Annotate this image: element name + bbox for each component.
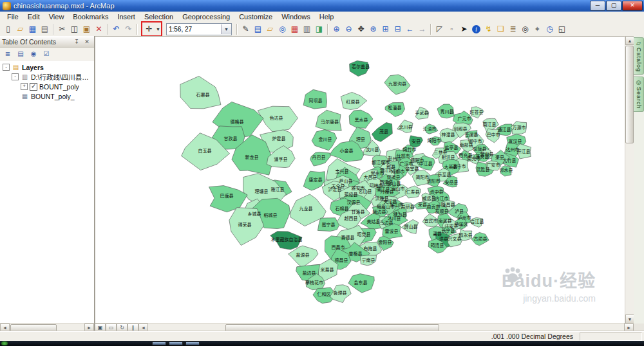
- toc-tree-item-1[interactable]: -▥D:\行政线\四川县级行政区...: [0, 72, 94, 82]
- fixed-zoom-out-button[interactable]: ⊟: [392, 23, 404, 35]
- menu-item-windows[interactable]: Windows: [277, 12, 315, 21]
- viewer-window-button[interactable]: ◱: [556, 23, 568, 35]
- layer-visibility-checkbox[interactable]: ✓: [30, 83, 37, 91]
- menu-item-selection[interactable]: Selection: [140, 12, 178, 21]
- save-button[interactable]: ▦: [26, 23, 39, 35]
- toc-tree-item-2[interactable]: +✓BOUNT_poly: [0, 82, 94, 91]
- table-of-contents-window-button[interactable]: ▤: [252, 23, 264, 35]
- svg-text:仁和区: 仁和区: [317, 291, 331, 297]
- html-popup-button[interactable]: ❏: [495, 23, 507, 35]
- go-to-xy-button[interactable]: ⌖: [531, 23, 544, 35]
- pin-icon[interactable]: ↧: [71, 37, 82, 46]
- scroll-up-icon[interactable]: ▲: [625, 36, 634, 45]
- collapse-icon[interactable]: -: [12, 73, 19, 80]
- delete-button[interactable]: ✕: [93, 23, 105, 35]
- clear-selected-features-button[interactable]: ▫: [446, 23, 458, 35]
- go-back-extent-button[interactable]: ←: [404, 23, 416, 35]
- dock-tab-catalog[interactable]: ▱Catalog: [634, 37, 644, 75]
- redo-button[interactable]: ↷: [122, 23, 135, 35]
- minimize-button[interactable]: ─: [590, 1, 605, 11]
- svg-text:射洪县: 射洪县: [442, 154, 455, 160]
- full-extent-button[interactable]: ⊛: [367, 23, 379, 35]
- menu-item-geoprocessing[interactable]: Geoprocessing: [178, 12, 234, 21]
- toc-horizontal-scrollbar[interactable]: ◄ ►: [0, 323, 94, 332]
- menu-item-bookmarks[interactable]: Bookmarks: [68, 12, 113, 21]
- svg-text:丹巴县: 丹巴县: [312, 155, 326, 160]
- map-vertical-scrollbar[interactable]: ▲ ▼: [625, 36, 634, 323]
- fixed-zoom-in-button[interactable]: ⊞: [379, 23, 392, 35]
- map-scale-combo[interactable]: ▼: [166, 23, 232, 35]
- collapse-icon[interactable]: -: [3, 64, 10, 71]
- start-orb-icon[interactable]: [1, 341, 8, 345]
- go-forward-extent-button[interactable]: →: [416, 23, 428, 35]
- select-elements-button[interactable]: ➤: [458, 23, 470, 35]
- taskbar-item[interactable]: [169, 341, 183, 345]
- menu-item-customize[interactable]: Customize: [234, 12, 277, 21]
- dock-tab-search[interactable]: ◎Search: [634, 77, 644, 112]
- fixed-zoom-in-icon: ⊞: [382, 25, 388, 33]
- add-data-button[interactable]: ✛: [143, 23, 155, 35]
- zoom-in-button[interactable]: ⊕: [330, 23, 343, 35]
- expand-icon[interactable]: +: [21, 83, 28, 90]
- search-window-button[interactable]: ◎: [276, 23, 289, 35]
- maximize-button[interactable]: ▢: [606, 1, 621, 11]
- menu-item-insert[interactable]: Insert: [113, 12, 140, 21]
- measure-button[interactable]: ≣: [507, 23, 519, 35]
- svg-text:苍溪县: 苍溪县: [465, 132, 478, 138]
- new-document-button[interactable]: ▯: [2, 23, 14, 35]
- table-of-contents-panel: Table Of Contents ↧✕ ≣▤◉☑ -▤Layers-▥D:\行…: [0, 36, 95, 332]
- close-button[interactable]: ✕: [622, 1, 643, 11]
- window-controls: ─▢✕: [590, 1, 643, 11]
- menu-item-help[interactable]: Help: [315, 12, 339, 21]
- list-by-source-button[interactable]: ▤: [15, 48, 26, 60]
- svg-text:盐边县: 盐边县: [303, 270, 316, 276]
- identify-button[interactable]: i: [470, 23, 482, 35]
- chevron-down-icon[interactable]: ▼: [221, 24, 231, 34]
- find-button[interactable]: ◎: [519, 23, 531, 35]
- add-data-icon: ✛: [146, 25, 152, 33]
- dock-tabs: ▱Catalog◎Search: [634, 36, 644, 323]
- list-by-visibility-button[interactable]: ◉: [28, 48, 39, 60]
- svg-text:新龙县: 新龙县: [245, 154, 259, 160]
- select-features-button[interactable]: ◸: [433, 23, 446, 35]
- time-slider-button[interactable]: ◷: [544, 23, 556, 35]
- fixed-zoom-out-icon: ⊟: [394, 25, 401, 33]
- toc-tree-item-3[interactable]: ▦BOUNT_poly_: [0, 91, 94, 101]
- cut-button[interactable]: ✂: [56, 23, 68, 35]
- scroll-thumb[interactable]: [625, 46, 634, 143]
- copy-button[interactable]: ◫: [68, 23, 80, 35]
- list-by-drawing-order-button[interactable]: ≣: [2, 48, 14, 60]
- title-bar: chinasishuanmap.mxd - ArcMap ─▢✕: [0, 0, 644, 12]
- zoom-out-button[interactable]: ⊖: [343, 23, 355, 35]
- hyperlink-button[interactable]: ↯: [482, 23, 495, 35]
- undo-button[interactable]: ↶: [110, 23, 122, 35]
- paste-icon: ▣: [83, 25, 90, 33]
- scroll-down-icon[interactable]: ▼: [625, 314, 634, 323]
- map-horizontal-scrollbar[interactable]: ▣▭↻∥ ◄ ►: [95, 323, 634, 332]
- map-scale-input[interactable]: [167, 25, 221, 33]
- chevron-down-icon[interactable]: ▼: [156, 27, 160, 32]
- taskbar-item[interactable]: [152, 341, 166, 345]
- catalog-window-button[interactable]: ▱: [264, 23, 276, 35]
- edit-pencil-button[interactable]: ✎: [240, 23, 252, 35]
- map-canvas[interactable]: 石渠县若尔盖县九寨沟县阿坝县红原县松潘县平武县青川县旺苍县广元市色达县德格县南江…: [95, 36, 625, 323]
- print-button[interactable]: ▤: [39, 23, 51, 35]
- zoom-out-icon: ⊖: [345, 25, 352, 33]
- pan-button[interactable]: ✥: [355, 23, 367, 35]
- svg-text:什邡市: 什邡市: [397, 153, 410, 159]
- list-by-selection-button[interactable]: ☑: [41, 48, 52, 60]
- svg-text:南部县: 南部县: [460, 142, 473, 148]
- paste-button[interactable]: ▣: [80, 23, 93, 35]
- open-folder-button[interactable]: ▱: [14, 23, 26, 35]
- modelbuilder-button[interactable]: ◨: [313, 23, 325, 35]
- arctoolbox-button[interactable]: ▦: [289, 23, 301, 35]
- python-window-button[interactable]: ▥: [301, 23, 313, 35]
- menu-item-view[interactable]: View: [44, 12, 69, 21]
- coordinate-readout: .001 .000 Decimal Degrees: [491, 332, 573, 340]
- toc-tree-item-0[interactable]: -▤Layers: [0, 62, 94, 72]
- taskbar-item[interactable]: [185, 341, 200, 345]
- menu-item-edit[interactable]: Edit: [23, 12, 44, 21]
- close-icon[interactable]: ✕: [82, 37, 92, 46]
- svg-text:沐川县: 沐川县: [388, 215, 401, 221]
- menu-item-file[interactable]: File: [3, 12, 23, 21]
